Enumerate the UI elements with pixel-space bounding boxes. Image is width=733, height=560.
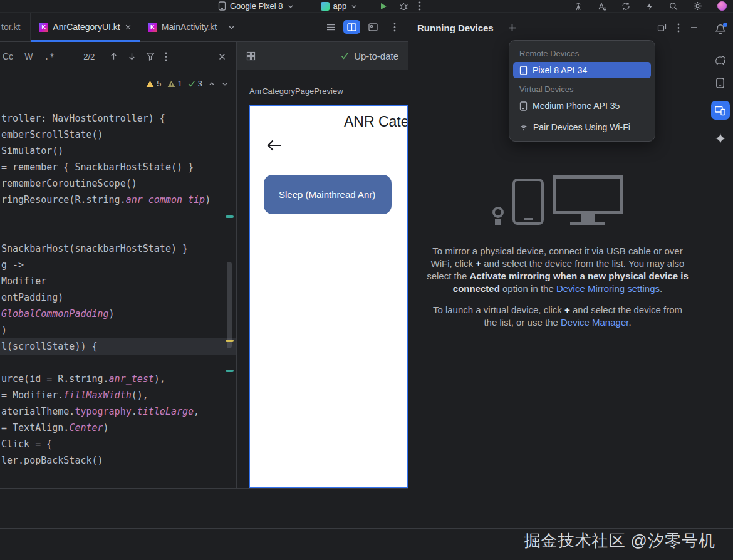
code-line: ringResource(R.string.anr_common_tip) (0, 192, 236, 208)
settings-gear-icon[interactable] (693, 1, 702, 11)
device-mirroring-settings-link[interactable]: Device Mirroring settings (556, 283, 660, 294)
preview-component-name[interactable]: AnrCategoryPagePreview (249, 86, 408, 96)
code-line: g -> (0, 257, 236, 273)
editor-tab-bar: tor.kt K AnrCategoryUI.kt K MainActivity… (0, 13, 408, 42)
remote-devices-header: Remote Devices (509, 43, 655, 61)
run-button[interactable] (379, 2, 388, 11)
find-options-kebab-icon[interactable] (165, 52, 167, 61)
code-line: ) (0, 322, 236, 338)
running-devices-header: Running Devices (408, 13, 707, 43)
tab-mainactivity[interactable]: K MainActivity.kt (140, 13, 225, 41)
app-module-icon (321, 2, 330, 11)
phone-icon (218, 1, 226, 11)
design-view-toggle[interactable] (365, 20, 382, 34)
hide-panel-icon[interactable] (690, 26, 698, 29)
code-line: ler.popBackStack() (0, 452, 236, 469)
mirror-instructions: To mirror a physical device, connect it … (426, 245, 689, 295)
device-selector-label: Google Pixel 8 (230, 1, 283, 11)
editor-options-kebab-icon[interactable] (386, 20, 403, 34)
device-tower-icon[interactable] (574, 2, 583, 11)
tab-partial-label: tor.kt (1, 22, 20, 32)
code-line (0, 224, 236, 241)
launch-instructions: To launch a virtual device, click + and … (426, 304, 689, 329)
search-icon[interactable] (669, 2, 678, 11)
kotlin-file-icon: K (39, 23, 48, 32)
gemini-star-icon[interactable] (715, 133, 726, 144)
next-match-button[interactable] (128, 52, 136, 61)
gradle-icon[interactable] (714, 56, 726, 65)
code-line: = TextAlign.Center) (0, 420, 236, 436)
split-view-toggle[interactable] (343, 20, 360, 34)
run-config-selector[interactable]: app (321, 1, 358, 11)
profile-avatar[interactable] (717, 1, 727, 11)
code-line: = remember { SnackbarHostState() } (0, 159, 236, 175)
notifications-bell-icon[interactable] (715, 24, 726, 35)
weak-warning-icon (167, 80, 175, 88)
preview-screen-title: ANR Cate (344, 113, 408, 130)
code-area[interactable]: 5 1 3 (0, 71, 236, 488)
code-view-toggle[interactable] (322, 20, 339, 34)
preview-grid-icon[interactable] (246, 51, 256, 61)
code-line: emberScrollState() (0, 127, 236, 143)
notification-dot (723, 23, 727, 27)
chevron-down-icon (287, 3, 294, 10)
toolbar-right-icons (574, 1, 733, 11)
add-device-plus-button[interactable] (507, 23, 517, 33)
preview-sleep-anr-button: Sleep (Mainthread Anr) (264, 175, 392, 214)
device-manager-icon[interactable] (715, 78, 725, 88)
float-window-icon[interactable] (657, 23, 667, 32)
warning-icon (146, 80, 154, 88)
words-toggle[interactable]: W (24, 51, 33, 61)
popup-item-pixel-8[interactable]: Pixel 8 API 34 (513, 62, 651, 78)
popup-item-medium-phone[interactable]: Medium Phone API 35 (513, 98, 651, 114)
tab-list-chevron-icon[interactable] (227, 13, 236, 41)
code-line: l(scrollState)) { (0, 338, 236, 355)
panel-options-kebab-icon[interactable] (677, 23, 680, 33)
tab-anrcategoryui[interactable]: K AnrCategoryUI.kt (31, 13, 139, 41)
match-case-toggle[interactable]: Cc (3, 51, 13, 61)
editor-scrollbar[interactable] (227, 262, 232, 348)
translate-icon[interactable] (598, 2, 606, 11)
close-icon[interactable] (125, 24, 132, 31)
tab-partial[interactable]: tor.kt (0, 13, 31, 41)
next-problem-chevron-icon[interactable] (221, 80, 229, 88)
check-icon (341, 52, 349, 60)
virtual-devices-header: Virtual Devices (509, 79, 655, 97)
wifi-icon (519, 123, 528, 132)
check-icon (188, 80, 195, 87)
editor-window: tor.kt K AnrCategoryUI.kt K MainActivity… (0, 13, 408, 489)
code-line: urce(id = R.string.anr_test), (0, 371, 236, 387)
back-arrow-icon (266, 138, 282, 154)
code-line: Simulator() (0, 143, 236, 159)
prev-match-button[interactable] (110, 52, 118, 61)
regex-toggle[interactable]: .* (44, 51, 55, 61)
running-devices-icon[interactable] (711, 101, 730, 120)
more-actions-button[interactable] (418, 1, 421, 11)
code-line: troller: NavHostController) { (0, 110, 236, 127)
code-line: entPadding) (0, 289, 236, 306)
filter-icon[interactable] (146, 52, 155, 61)
prev-problem-chevron-icon[interactable] (208, 80, 216, 88)
inspections-widget[interactable]: 5 1 3 (146, 79, 229, 88)
sdk-manager-icon[interactable] (645, 2, 654, 11)
preview-device-frame[interactable]: ANR Cate Sleep (Mainthread Anr) (249, 105, 408, 488)
code-line (0, 355, 236, 371)
main-toolbar: Google Pixel 8 app (0, 0, 733, 13)
search-match-marker (226, 370, 234, 372)
device-selector[interactable]: Google Pixel 8 (218, 1, 294, 11)
tab-label: AnrCategoryUI.kt (53, 22, 120, 32)
watch-illustration-icon (492, 207, 504, 225)
weak-warnings-count: 1 (167, 79, 182, 88)
close-find-button[interactable] (218, 53, 226, 61)
device-manager-link[interactable]: Device Manager (561, 317, 628, 328)
match-count: 2/2 (83, 52, 95, 61)
watermark: 掘金技术社区 @汐零号机 (524, 530, 715, 552)
chevron-down-icon (350, 3, 358, 10)
search-match-marker (226, 215, 234, 218)
sync-icon[interactable] (621, 2, 630, 11)
tab-label: MainActivity.kt (162, 22, 217, 32)
code-line: SnackbarHost(snackbarHostState) } (0, 241, 236, 257)
debug-button[interactable] (399, 2, 408, 11)
popup-item-pair-wifi[interactable]: Pair Devices Using Wi-Fi (513, 119, 651, 135)
phone-illustration-icon (512, 179, 544, 225)
